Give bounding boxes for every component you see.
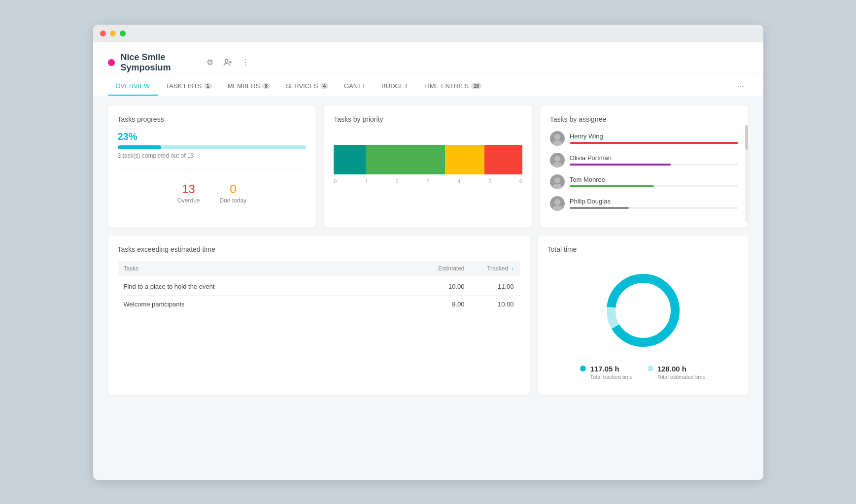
tracked-label: Total tracked time	[590, 374, 632, 380]
tracked-1: 11.00	[465, 283, 514, 290]
nav-tabs: OVERVIEW TASK LISTS 1 MEMBERS 8 SERVICES…	[93, 77, 763, 96]
header-actions: ⚙ ⋮	[203, 56, 252, 69]
tab-services[interactable]: SERVICES 4	[278, 77, 336, 96]
col-estimated: Estimated	[415, 265, 465, 272]
avatar-philip	[550, 196, 565, 211]
app-content: Nice Smile Symposium ⚙ ⋮ OVERVIE	[93, 42, 763, 480]
avatar-olivia	[550, 153, 565, 168]
total-time-title: Total time	[548, 245, 739, 253]
tracked-value: 117.05 h	[590, 365, 632, 373]
tab-budget[interactable]: BUDGET	[374, 77, 416, 96]
bar-normal	[445, 145, 484, 174]
legend-estimated: 128.00 h Total estimated time	[648, 365, 706, 380]
estimated-value: 128.00 h	[657, 365, 706, 373]
svg-point-0	[225, 59, 228, 62]
scroll-thumb	[745, 125, 748, 150]
svg-point-3	[554, 134, 560, 140]
progress-percent: 23%	[118, 131, 307, 142]
tab-members[interactable]: MEMBERS 8	[220, 77, 278, 96]
chart-axis: 0 1 2 3 4 5 6	[334, 178, 522, 184]
tab-time-entries[interactable]: TIME ENTRIES 16	[416, 77, 489, 96]
donut-legend: 117.05 h Total tracked time 128.00 h Tot…	[580, 365, 705, 380]
tab-gantt[interactable]: GANTT	[336, 77, 374, 96]
assignee-name-philip: Philip Douglas	[570, 198, 739, 205]
minimize-dot[interactable]	[110, 31, 116, 36]
svg-point-4	[552, 140, 562, 146]
progress-label: 3 task(s) completed out of 13	[118, 152, 307, 159]
assignee-info-tom: Tom Monroe	[570, 176, 739, 187]
main-content: Tasks progress 23% 3 task(s) completed o…	[93, 96, 763, 480]
assignee-bar-fill-henry	[570, 142, 739, 144]
estimated-label: Total estimated time	[657, 374, 706, 380]
assignee-bar-fill-olivia	[570, 164, 671, 166]
task-name-1: Find to a place to hold the event	[124, 283, 415, 290]
assignee-info-philip: Philip Douglas	[570, 198, 739, 209]
assignee-bar-track-henry	[570, 142, 739, 144]
title-bar	[93, 25, 763, 42]
table-row: Welcome participants 8.00 10.00	[118, 296, 520, 313]
tasks-by-assignee-title: Tasks by assignee	[550, 115, 739, 123]
overdue-label: Overdue	[177, 197, 200, 204]
more-tabs-icon[interactable]: ···	[733, 81, 748, 92]
assignee-item-philip: Philip Douglas	[550, 196, 739, 211]
assignee-info-olivia: Olivia Portman	[570, 154, 739, 166]
assignee-item-tom: Tom Monroe	[550, 174, 739, 189]
total-time-card: Total time 117.05 h	[538, 235, 749, 395]
overdue-stat: 13 Overdue	[177, 182, 200, 204]
tasks-by-priority-card: Tasks by priority 0 1 2 3	[324, 105, 532, 228]
svg-point-8	[552, 184, 562, 189]
bottom-cards-row: Tasks exceeding estimated time Tasks Est…	[108, 235, 749, 395]
avatar-henry	[550, 131, 565, 146]
assignee-info-henry: Henry Wing	[570, 133, 739, 144]
tracked-2: 10.00	[465, 301, 514, 308]
tab-task-lists[interactable]: TASK LISTS 1	[158, 77, 219, 96]
legend-tracked: 117.05 h Total tracked time	[580, 365, 632, 380]
tracked-dot	[580, 366, 586, 371]
due-today-num: 0	[219, 182, 246, 196]
tasks-progress-card: Tasks progress 23% 3 task(s) completed o…	[108, 105, 316, 228]
due-today-stat: 0 Due today	[219, 182, 246, 204]
maximize-dot[interactable]	[120, 31, 126, 36]
assignee-bar-fill-philip	[570, 207, 629, 209]
svg-point-10	[552, 205, 562, 211]
tasks-progress-title: Tasks progress	[118, 115, 307, 123]
tasks-by-assignee-card: Tasks by assignee Henry Wing	[540, 105, 749, 228]
bar-urgent	[334, 145, 366, 174]
estimated-2: 8.00	[415, 301, 465, 308]
progress-bar-fill	[118, 145, 161, 149]
assignee-item-henry: Henry Wing	[550, 131, 739, 146]
scroll-track	[745, 125, 748, 223]
donut-chart	[599, 266, 687, 355]
settings-icon[interactable]: ⚙	[203, 56, 217, 69]
svg-point-7	[554, 177, 560, 183]
assignee-name-tom: Tom Monroe	[570, 176, 739, 183]
task-name-2: Welcome participants	[124, 301, 415, 308]
table-row: Find to a place to hold the event 10.00 …	[118, 278, 520, 296]
progress-bar-track	[118, 145, 307, 149]
page-header: Nice Smile Symposium ⚙ ⋮	[93, 42, 763, 73]
tab-overview[interactable]: OVERVIEW	[108, 77, 158, 96]
table-header: Tasks Estimated Tracked ↓	[118, 261, 520, 276]
overdue-num: 13	[177, 182, 200, 196]
bar-high	[366, 145, 445, 174]
assignee-name-henry: Henry Wing	[570, 133, 739, 140]
svg-point-5	[554, 156, 560, 162]
estimated-1: 10.00	[415, 283, 465, 290]
sort-icon[interactable]: ↓	[511, 265, 514, 272]
project-color-dot	[108, 59, 115, 66]
svg-point-9	[554, 199, 560, 205]
svg-point-12	[611, 278, 675, 342]
add-member-icon[interactable]	[221, 56, 235, 69]
col-tracked: Tracked ↓	[465, 265, 514, 272]
assignee-bar-track-tom	[570, 185, 739, 187]
top-cards-row: Tasks progress 23% 3 task(s) completed o…	[108, 105, 749, 228]
tasks-exceeding-card: Tasks exceeding estimated time Tasks Est…	[108, 235, 530, 395]
estimated-dot	[648, 366, 653, 371]
close-dot[interactable]	[100, 31, 106, 36]
due-today-label: Due today	[219, 197, 246, 204]
tasks-exceeding-title: Tasks exceeding estimated time	[118, 245, 520, 253]
assignee-name-olivia: Olivia Portman	[570, 154, 739, 162]
app-window: Nice Smile Symposium ⚙ ⋮ OVERVIE	[93, 25, 763, 480]
more-options-icon[interactable]: ⋮	[239, 56, 252, 69]
bar-low	[484, 145, 522, 174]
